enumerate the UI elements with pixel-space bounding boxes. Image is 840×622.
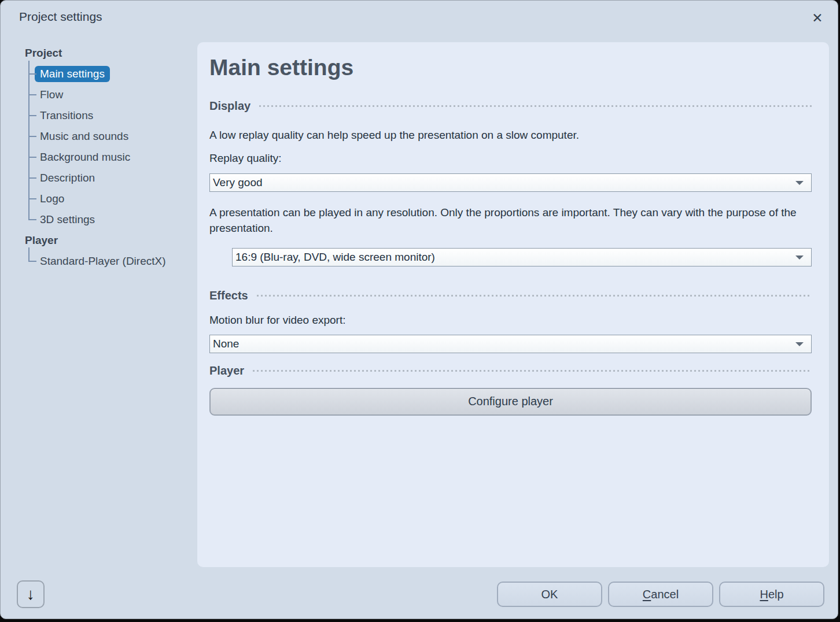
player-section-label: Player <box>209 363 244 379</box>
chevron-down-icon <box>795 181 804 185</box>
tree-item-description[interactable]: Description <box>25 168 196 188</box>
chevron-down-icon <box>795 342 804 346</box>
aspect-ratio-value: 16:9 (Blu-ray, DVD, wide screen monitor) <box>235 251 435 264</box>
effects-section-label: Effects <box>209 288 248 303</box>
tree-item-label: Music and sounds <box>40 130 128 143</box>
cancel-button[interactable]: Cancel <box>608 582 713 607</box>
tree-item-label: Main settings <box>35 66 110 82</box>
effects-section-header: Effects <box>209 288 812 303</box>
tree-group-project: Project <box>25 43 196 64</box>
tree-item-flow[interactable]: Flow <box>25 84 196 105</box>
tree-item-standard-player[interactable]: Standard-Player (DirectX) <box>25 251 196 272</box>
tree-item-music-and-sounds[interactable]: Music and sounds <box>25 126 196 147</box>
motion-blur-select[interactable]: None <box>209 335 812 353</box>
window-title: Project settings <box>19 10 102 24</box>
chevron-down-icon <box>795 256 804 260</box>
display-section-label: Display <box>209 98 250 114</box>
close-icon: ✕ <box>812 10 823 26</box>
aspect-ratio-select[interactable]: 16:9 (Blu-ray, DVD, wide screen monitor) <box>232 248 812 266</box>
ok-button[interactable]: OK <box>497 582 602 607</box>
dotted-divider <box>253 370 812 372</box>
motion-blur-value: None <box>213 338 239 350</box>
dotted-divider <box>259 105 812 107</box>
close-button[interactable]: ✕ <box>806 6 829 29</box>
tree-item-3d-settings[interactable]: 3D settings <box>25 209 196 230</box>
tree-item-label: Description <box>40 172 95 184</box>
display-section-header: Display <box>209 98 812 114</box>
replay-quality-label: Replay quality: <box>209 151 812 166</box>
tree-item-logo[interactable]: Logo <box>25 188 196 209</box>
main-settings-panel: Main settings Display A low replay quali… <box>197 42 829 567</box>
help-button[interactable]: Help <box>719 582 824 607</box>
resolution-hint: A presentation can be played in any reso… <box>209 205 812 236</box>
replay-quality-value: Very good <box>213 176 263 189</box>
replay-quality-select[interactable]: Very good <box>209 173 812 192</box>
tree-item-label: Flow <box>40 88 63 101</box>
settings-tree: Project Main settings Flow Transitions M… <box>25 43 196 272</box>
page-title: Main settings <box>209 55 812 81</box>
project-settings-dialog: Project settings ✕ Project Main settings… <box>0 0 838 619</box>
replay-quality-hint: A low replay quality can help speed up t… <box>209 128 812 143</box>
collapse-dialog-button[interactable]: ↓ <box>17 580 45 608</box>
tree-item-label: Background music <box>40 151 130 164</box>
tree-item-transitions[interactable]: Transitions <box>25 105 196 126</box>
configure-player-button[interactable]: Configure player <box>209 388 812 416</box>
tree-item-label: Transitions <box>40 109 93 122</box>
motion-blur-label: Motion blur for video export: <box>209 313 812 328</box>
tree-item-main-settings[interactable]: Main settings <box>25 64 196 84</box>
tree-item-label: Logo <box>40 192 64 205</box>
tree-item-background-music[interactable]: Background music <box>25 147 196 168</box>
tree-item-label: 3D settings <box>40 213 95 226</box>
tree-group-player: Player <box>25 230 196 251</box>
dotted-divider <box>257 295 812 297</box>
tree-item-label: Standard-Player (DirectX) <box>40 255 166 268</box>
down-arrow-icon: ↓ <box>27 585 35 604</box>
player-section-header: Player <box>209 363 812 379</box>
